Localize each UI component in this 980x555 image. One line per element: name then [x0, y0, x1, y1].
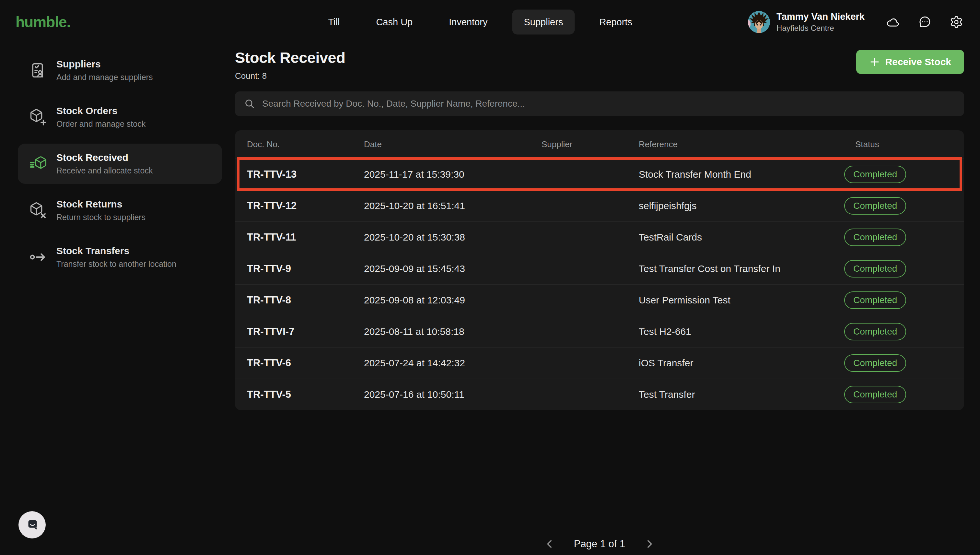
- sidebar-item-title: Stock Received: [56, 152, 153, 163]
- cell-reference: Test Transfer: [639, 389, 855, 400]
- sidebar-item-stock-transfers[interactable]: Stock Transfers Transfer stock to anothe…: [18, 237, 222, 277]
- cell-doc-no: TR-TTV-11: [247, 231, 364, 243]
- cell-reference: iOS Transfer: [639, 358, 855, 369]
- search-bar[interactable]: [235, 91, 964, 116]
- sidebar-item-subtitle: Transfer stock to another location: [56, 259, 176, 269]
- status-badge: Completed: [844, 386, 906, 403]
- table-row[interactable]: TR-TTVI-7 2025-08-11 at 10:58:18 Test H2…: [235, 316, 964, 347]
- sidebar-item-stock-orders[interactable]: Stock Orders Order and manage stock: [18, 97, 222, 137]
- gear-icon[interactable]: [950, 15, 963, 29]
- table-row[interactable]: TR-TTV-13 2025-11-17 at 15:39:30 Stock T…: [235, 159, 964, 190]
- previous-page-icon[interactable]: [544, 539, 555, 550]
- user-chip[interactable]: Tammy Van Niekerk Hayfields Centre: [748, 11, 865, 33]
- sidebar-item-subtitle: Return stock to suppliers: [56, 213, 146, 222]
- nav-cash-up[interactable]: Cash Up: [364, 10, 424, 34]
- header-icons: [886, 15, 963, 29]
- status-badge: Completed: [844, 166, 906, 183]
- box-plus-icon: [29, 108, 46, 126]
- column-header-doc-no: Doc. No.: [247, 140, 364, 149]
- top-header: humble. Till Cash Up Inventory Suppliers…: [0, 0, 980, 44]
- cell-doc-no: TR-TTV-8: [247, 294, 364, 306]
- nav-reports[interactable]: Reports: [588, 10, 644, 34]
- user-name: Tammy Van Niekerk: [777, 11, 865, 22]
- box-x-icon: [29, 202, 46, 219]
- cell-doc-no: TR-TTV-6: [247, 357, 364, 369]
- cell-date: 2025-08-11 at 10:58:18: [364, 326, 541, 337]
- page-title: Stock Received: [235, 49, 345, 66]
- cell-doc-no: TR-TTVI-7: [247, 326, 364, 337]
- table-row[interactable]: TR-TTV-11 2025-10-20 at 15:30:38 TestRai…: [235, 221, 964, 253]
- support-chat-launcher[interactable]: [18, 511, 46, 539]
- column-header-reference: Reference: [639, 140, 855, 149]
- cell-doc-no: TR-TTV-12: [247, 200, 364, 212]
- table-row[interactable]: TR-TTV-9 2025-09-09 at 15:45:43 Test Tra…: [235, 253, 964, 284]
- brand-logo: humble.: [16, 13, 70, 31]
- stock-received-table: Doc. No. Date Supplier Reference Status …: [235, 130, 964, 410]
- sidebar-item-stock-returns[interactable]: Stock Returns Return stock to suppliers: [18, 190, 222, 231]
- nav-suppliers[interactable]: Suppliers: [512, 10, 575, 34]
- sidebar-item-title: Stock Orders: [56, 105, 146, 116]
- sidebar-item-title: Stock Returns: [56, 199, 146, 210]
- status-badge: Completed: [844, 354, 906, 372]
- receive-stock-button[interactable]: Receive Stock: [856, 50, 964, 74]
- cell-date: 2025-09-09 at 15:45:43: [364, 263, 541, 274]
- sidebar-item-text: Stock Orders Order and manage stock: [56, 105, 146, 129]
- cell-date: 2025-11-17 at 15:39:30: [364, 169, 541, 180]
- sidebar-item-stock-received[interactable]: Stock Received Receive and allocate stoc…: [18, 144, 222, 184]
- column-header-date: Date: [364, 140, 541, 149]
- sidebar: Suppliers Add and manage suppliers Stock…: [0, 44, 235, 555]
- title-row: Stock Received Count: 8 Receive Stock: [235, 49, 964, 81]
- status-badge: Completed: [844, 292, 906, 309]
- column-header-status: Status: [855, 140, 964, 149]
- avatar: [748, 11, 770, 33]
- main-nav: Till Cash Up Inventory Suppliers Reports: [316, 10, 644, 34]
- sidebar-item-text: Stock Returns Return stock to suppliers: [56, 199, 146, 222]
- sidebar-item-subtitle: Receive and allocate stock: [56, 166, 153, 175]
- cell-date: 2025-09-08 at 12:03:49: [364, 295, 541, 306]
- pagination: Page 1 of 1: [544, 538, 655, 550]
- chat-bubble-dots-icon[interactable]: [918, 15, 931, 29]
- cell-date: 2025-07-16 at 10:50:11: [364, 389, 541, 400]
- next-page-icon[interactable]: [644, 539, 655, 550]
- record-count: Count: 8: [235, 71, 345, 81]
- cell-reference: TestRail Cards: [639, 232, 855, 243]
- circle-arrow-icon: [29, 248, 46, 266]
- supplier-card-icon: [29, 62, 46, 79]
- column-header-supplier: Supplier: [541, 140, 639, 149]
- table-body: TR-TTV-13 2025-11-17 at 15:39:30 Stock T…: [235, 159, 964, 410]
- receive-stock-label: Receive Stock: [886, 56, 951, 67]
- cell-date: 2025-10-20 at 16:51:41: [364, 201, 541, 212]
- sidebar-item-text: Stock Transfers Transfer stock to anothe…: [56, 245, 176, 269]
- cell-reference: selfijpeishfgjs: [639, 201, 855, 212]
- main-content: Stock Received Count: 8 Receive Stock: [235, 44, 980, 555]
- cloud-sync-icon[interactable]: [886, 15, 900, 29]
- status-badge: Completed: [844, 229, 906, 246]
- user-location: Hayfields Centre: [777, 24, 865, 33]
- sidebar-item-suppliers[interactable]: Suppliers Add and manage suppliers: [18, 50, 222, 90]
- user-area: Tammy Van Niekerk Hayfields Centre: [748, 11, 963, 33]
- status-badge: Completed: [844, 260, 906, 278]
- box-incoming-icon: [29, 155, 46, 172]
- sidebar-item-subtitle: Add and manage suppliers: [56, 73, 153, 82]
- status-badge: Completed: [844, 197, 906, 215]
- search-icon: [244, 98, 255, 109]
- table-row[interactable]: TR-TTV-6 2025-07-24 at 14:42:32 iOS Tran…: [235, 347, 964, 379]
- sidebar-item-text: Suppliers Add and manage suppliers: [56, 59, 153, 82]
- nav-till[interactable]: Till: [316, 10, 351, 34]
- nav-inventory[interactable]: Inventory: [437, 10, 499, 34]
- cell-doc-no: TR-TTV-9: [247, 263, 364, 274]
- plus-icon: [869, 56, 880, 67]
- status-badge: Completed: [844, 323, 906, 340]
- table-header: Doc. No. Date Supplier Reference Status: [235, 130, 964, 159]
- table-row[interactable]: TR-TTV-5 2025-07-16 at 10:50:11 Test Tra…: [235, 379, 964, 410]
- sidebar-item-title: Suppliers: [56, 59, 153, 70]
- table-row[interactable]: TR-TTV-12 2025-10-20 at 16:51:41 selfijp…: [235, 190, 964, 221]
- sidebar-item-title: Stock Transfers: [56, 245, 176, 257]
- table-row[interactable]: TR-TTV-8 2025-09-08 at 12:03:49 User Per…: [235, 284, 964, 316]
- search-input[interactable]: [262, 99, 955, 109]
- cell-reference: Test H2-661: [639, 326, 855, 337]
- title-block: Stock Received Count: 8: [235, 49, 345, 81]
- cell-reference: User Permission Test: [639, 295, 855, 306]
- cell-doc-no: TR-TTV-5: [247, 389, 364, 400]
- sidebar-item-subtitle: Order and manage stock: [56, 119, 146, 129]
